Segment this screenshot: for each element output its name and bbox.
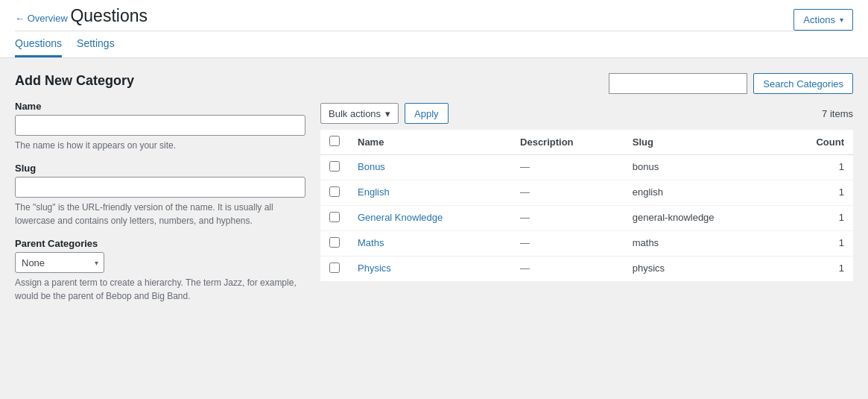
search-input[interactable] bbox=[609, 73, 747, 94]
tab-questions[interactable]: Questions bbox=[15, 31, 62, 57]
add-category-panel: Add New Category Name The name is how it… bbox=[15, 73, 305, 360]
description-value: — bbox=[520, 212, 530, 223]
row-description-cell: — bbox=[511, 180, 624, 206]
count-column-header: Count bbox=[781, 130, 853, 155]
row-checkbox-cell bbox=[320, 257, 349, 282]
row-slug-cell: general-knowledge bbox=[624, 206, 781, 231]
parent-select-wrap: None ▾ bbox=[15, 252, 104, 273]
select-all-checkbox[interactable] bbox=[329, 136, 340, 146]
search-row: Search Categories bbox=[320, 73, 853, 94]
parent-label: Parent Categories bbox=[15, 238, 305, 249]
description-value: — bbox=[520, 186, 530, 198]
search-categories-button[interactable]: Search Categories bbox=[753, 73, 853, 94]
categories-panel: Search Categories Bulk actions ▾ Apply 7… bbox=[320, 73, 853, 360]
row-name-cell: Bonus bbox=[349, 155, 511, 180]
nav-tabs: Questions Settings bbox=[15, 31, 853, 57]
bulk-actions-button[interactable]: Bulk actions ▾ bbox=[320, 103, 399, 124]
row-checkbox[interactable] bbox=[329, 161, 340, 172]
table-row: Bonus — bonus 1 bbox=[320, 155, 853, 180]
parent-field-group: Parent Categories None ▾ Assign a parent… bbox=[15, 238, 305, 303]
categories-table: Name Description Slug Count Bonus — bonu… bbox=[320, 130, 853, 282]
table-row: English — english 1 bbox=[320, 180, 853, 206]
slug-hint: The "slug" is the URL-friendly version o… bbox=[15, 201, 305, 227]
row-slug-cell: english bbox=[624, 180, 781, 206]
row-checkbox-cell bbox=[320, 180, 349, 206]
table-row: General Knowledge — general-knowledge 1 bbox=[320, 206, 853, 231]
description-value: — bbox=[520, 161, 530, 172]
row-checkbox-cell bbox=[320, 206, 349, 231]
name-column-header: Name bbox=[349, 130, 511, 155]
row-count-cell: 1 bbox=[781, 155, 853, 180]
row-count-cell: 1 bbox=[781, 257, 853, 282]
parent-select[interactable]: None bbox=[15, 252, 104, 273]
row-checkbox-cell bbox=[320, 231, 349, 257]
description-column-header: Description bbox=[511, 130, 624, 155]
row-checkbox[interactable] bbox=[329, 237, 340, 248]
page-title: Questions bbox=[70, 0, 148, 31]
name-field-group: Name The name is how it appears on your … bbox=[15, 101, 305, 152]
category-name-link[interactable]: Physics bbox=[358, 263, 391, 274]
row-description-cell: — bbox=[511, 155, 624, 180]
slug-label: Slug bbox=[15, 163, 305, 174]
table-row: Physics — physics 1 bbox=[320, 257, 853, 282]
apply-button[interactable]: Apply bbox=[405, 103, 449, 124]
row-slug-cell: physics bbox=[624, 257, 781, 282]
overview-link[interactable]: Overview bbox=[15, 7, 68, 27]
row-checkbox[interactable] bbox=[329, 212, 340, 222]
category-name-link[interactable]: General Knowledge bbox=[358, 212, 443, 223]
add-new-title: Add New Category bbox=[15, 73, 305, 89]
select-all-header bbox=[320, 130, 349, 155]
tab-settings[interactable]: Settings bbox=[77, 31, 115, 57]
name-hint: The name is how it appears on your site. bbox=[15, 139, 305, 152]
name-input[interactable] bbox=[15, 115, 305, 136]
row-count-cell: 1 bbox=[781, 231, 853, 257]
category-name-link[interactable]: Bonus bbox=[358, 161, 385, 172]
row-description-cell: — bbox=[511, 231, 624, 257]
row-name-cell: Maths bbox=[349, 231, 511, 257]
toolbar-left: Bulk actions ▾ Apply bbox=[320, 103, 449, 124]
row-slug-cell: bonus bbox=[624, 155, 781, 180]
category-name-link[interactable]: English bbox=[358, 186, 390, 198]
description-value: — bbox=[520, 237, 530, 248]
row-checkbox-cell bbox=[320, 155, 349, 180]
name-label: Name bbox=[15, 101, 305, 112]
row-description-cell: — bbox=[511, 206, 624, 231]
row-checkbox[interactable] bbox=[329, 186, 340, 197]
slug-field-group: Slug The "slug" is the URL-friendly vers… bbox=[15, 163, 305, 227]
row-name-cell: Physics bbox=[349, 257, 511, 282]
chevron-down-icon: ▾ bbox=[385, 108, 390, 119]
row-name-cell: English bbox=[349, 180, 511, 206]
slug-input[interactable] bbox=[15, 177, 305, 198]
chevron-down-icon: ▾ bbox=[840, 16, 843, 24]
row-name-cell: General Knowledge bbox=[349, 206, 511, 231]
description-value: — bbox=[520, 263, 530, 274]
actions-button[interactable]: Actions ▾ bbox=[793, 9, 853, 31]
row-slug-cell: maths bbox=[624, 231, 781, 257]
row-count-cell: 1 bbox=[781, 206, 853, 231]
row-description-cell: — bbox=[511, 257, 624, 282]
slug-column-header: Slug bbox=[624, 130, 781, 155]
table-row: Maths — maths 1 bbox=[320, 231, 853, 257]
row-count-cell: 1 bbox=[781, 180, 853, 206]
items-count: 7 items bbox=[822, 108, 853, 119]
toolbar: Bulk actions ▾ Apply 7 items bbox=[320, 103, 853, 124]
category-name-link[interactable]: Maths bbox=[358, 237, 384, 248]
parent-hint: Assign a parent term to create a hierarc… bbox=[15, 276, 305, 303]
row-checkbox[interactable] bbox=[329, 263, 340, 273]
